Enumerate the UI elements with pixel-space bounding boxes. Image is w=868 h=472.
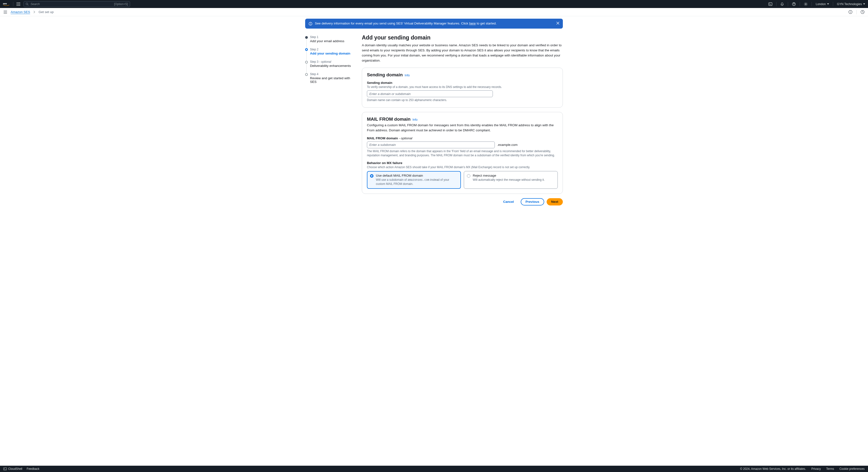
svg-rect-6	[20, 4, 20, 4]
sending-domain-input[interactable]	[367, 90, 493, 97]
card-title: MAIL FROM domain	[367, 117, 410, 122]
svg-text:aws: aws	[3, 2, 7, 5]
mailfrom-suffix: .example.com	[497, 143, 518, 147]
field-help: The MAIL FROM domain refers to the domai…	[367, 149, 558, 158]
radio-title: Reject message	[473, 174, 545, 177]
card-subtitle: Configuring a custom MAIL FROM domain fo…	[367, 123, 558, 133]
step-label: Step 1	[310, 35, 356, 39]
breadcrumb-bar: Amazon SES Get set up	[0, 8, 868, 16]
mx-option-default[interactable]: Use default MAIL FROM domain Will use a …	[367, 171, 461, 189]
step-dot-pending	[305, 61, 308, 63]
svg-point-14	[805, 3, 806, 5]
info-icon	[309, 22, 312, 26]
breadcrumb-current: Get set up	[38, 10, 54, 14]
card-title: Sending domain	[367, 72, 403, 78]
refresh-icon[interactable]	[861, 10, 865, 14]
account-label: GYN Technologies	[837, 2, 862, 6]
svg-rect-7	[17, 5, 18, 6]
field-label: Sending domain	[367, 81, 558, 85]
svg-rect-12	[769, 3, 772, 6]
services-grid-icon[interactable]	[17, 2, 20, 6]
svg-rect-9	[20, 5, 20, 6]
region-label: London	[816, 2, 826, 6]
svg-point-24	[310, 23, 311, 23]
radio-icon	[467, 174, 470, 178]
top-nav-right: London GYN Technologies	[769, 2, 865, 6]
banner-close-icon[interactable]	[554, 22, 559, 25]
svg-rect-2	[18, 2, 19, 3]
svg-rect-5	[18, 4, 19, 4]
mx-hint: Choose which action Amazon SES should ta…	[367, 165, 558, 169]
wizard-buttons: Cancel Previous Next	[362, 198, 563, 205]
step-label: Step 2	[310, 48, 356, 51]
step-label: Step 4	[310, 72, 356, 76]
step-title: Add your sending domain	[310, 52, 356, 55]
info-link[interactable]: Info	[412, 118, 417, 121]
step-dot-done	[305, 36, 308, 39]
breadcrumb-root[interactable]: Amazon SES	[11, 10, 30, 14]
divider	[788, 2, 788, 6]
mx-label: Behavior on MX failure	[367, 161, 558, 165]
breadcrumb-actions	[848, 10, 865, 14]
radio-desc: Will use a subdomain of amazonses.com in…	[376, 178, 458, 186]
banner-link[interactable]: here	[469, 22, 476, 25]
cloudshell-icon[interactable]	[769, 2, 772, 6]
svg-rect-8	[18, 5, 19, 6]
info-banner: See delivery information for every email…	[305, 19, 563, 29]
radio-title: Use default MAIL FROM domain	[376, 174, 458, 177]
mailfrom-card: MAIL FROM domain Info Configuring a cust…	[362, 112, 563, 194]
page-title: Add your sending domain	[362, 34, 563, 41]
step-2: Step 2 Add your sending domain	[305, 48, 356, 60]
field-help: Domain name can contain up to 253 alphan…	[367, 98, 558, 102]
step-dot-pending	[305, 73, 308, 76]
caret-down-icon	[863, 3, 865, 5]
step-title: Review and get started with SES	[310, 76, 356, 84]
field-hint: To verify ownership of a domain, you mus…	[367, 85, 558, 89]
svg-line-11	[28, 4, 28, 5]
notifications-icon[interactable]	[780, 2, 784, 6]
svg-rect-4	[17, 4, 18, 4]
banner-text: See delivery information for every email…	[315, 22, 496, 25]
hamburger-icon[interactable]	[3, 10, 7, 14]
caret-down-icon	[827, 3, 829, 5]
top-nav: aws Search [Option+S] London GYN Technol…	[0, 0, 868, 8]
mx-option-reject[interactable]: Reject message Will automatically reject…	[464, 171, 558, 189]
step-1: Step 1 Add your email address	[305, 35, 356, 48]
search-shortcut: [Option+S]	[114, 2, 128, 6]
region-selector[interactable]: London	[816, 2, 829, 6]
account-selector[interactable]: GYN Technologies	[837, 2, 865, 6]
step-3: Step 3 - optional Deliverability enhance…	[305, 60, 356, 72]
previous-button[interactable]: Previous	[521, 198, 544, 205]
aws-logo[interactable]: aws	[3, 2, 10, 6]
field-label: MAIL FROM domain - optional	[367, 137, 558, 140]
radio-desc: Will automatically reject the message wi…	[473, 178, 545, 182]
global-search[interactable]: Search [Option+S]	[24, 1, 130, 7]
main-content: Add your sending domain A domain identit…	[362, 34, 563, 205]
svg-rect-1	[17, 2, 18, 3]
svg-rect-3	[20, 2, 20, 3]
step-title: Add your email address	[310, 39, 356, 43]
step-4: Step 4 Review and get started with SES	[305, 72, 356, 88]
settings-icon[interactable]	[804, 2, 808, 6]
svg-point-20	[850, 11, 851, 11]
wizard-steps: Step 1 Add your email address Step 2 Add…	[305, 34, 356, 205]
page: See delivery information for every email…	[0, 16, 868, 217]
step-dot-current	[305, 48, 308, 51]
divider	[13, 2, 13, 6]
breadcrumb-sep	[33, 11, 35, 13]
help-icon[interactable]	[792, 2, 796, 6]
sending-domain-card: Sending domain Info Sending domain To ve…	[362, 68, 563, 108]
mailfrom-input[interactable]	[367, 142, 495, 148]
page-lead: A domain identity usually matches your w…	[362, 43, 563, 63]
next-button[interactable]: Next	[547, 198, 563, 205]
radio-icon	[370, 174, 373, 178]
info-panel-icon[interactable]	[848, 10, 852, 14]
step-label: Step 3 - optional	[310, 60, 356, 63]
divider	[800, 2, 800, 6]
info-link[interactable]: Info	[405, 73, 410, 77]
search-placeholder: Search	[31, 2, 40, 6]
step-title: Deliverability enhancements	[310, 64, 356, 68]
cancel-button[interactable]: Cancel	[499, 198, 518, 205]
svg-point-10	[26, 3, 28, 5]
